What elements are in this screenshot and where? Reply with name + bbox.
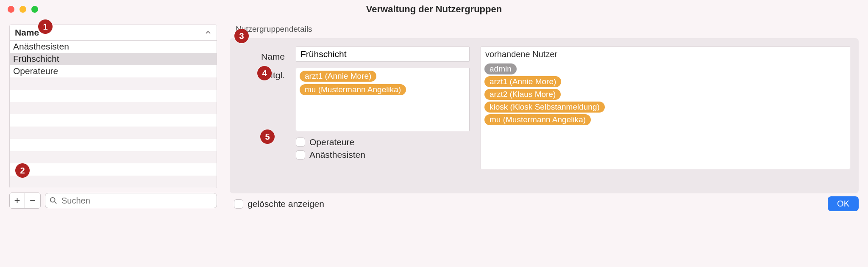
group-row-empty (10, 139, 217, 151)
members-box[interactable]: arzt1 (Annie More) mu (Mustermann Angeli… (296, 68, 470, 131)
callout-1: 1 (38, 19, 53, 34)
add-button[interactable]: + (10, 193, 25, 208)
details-panel: Name Mtgl. arzt1 (Annie More) mu (Muster… (230, 38, 859, 193)
callout-3: 3 (234, 29, 249, 43)
user-tag[interactable]: kiosk (Kiosk Selbstanmeldung) (484, 102, 605, 113)
user-tag[interactable]: arzt2 (Klaus More) (484, 89, 561, 100)
group-row[interactable]: Frühschicht (10, 53, 217, 65)
window-title: Verwaltung der Nutzergruppen (366, 4, 502, 15)
group-table: Name Anästhesisten Frühschicht Operateur… (9, 25, 217, 188)
group-row[interactable]: Anästhesisten (10, 41, 217, 53)
zoom-icon[interactable] (31, 6, 38, 13)
user-tag[interactable]: mu (Mustermann Angelika) (484, 114, 591, 125)
group-row-empty (10, 163, 217, 176)
role-label: Operateure (309, 137, 354, 147)
role-checkbox-row[interactable]: Anästhesisten (296, 150, 470, 160)
group-rows: Anästhesisten Frühschicht Operateure (10, 41, 217, 188)
checkbox-icon[interactable] (296, 138, 305, 147)
checkbox-icon[interactable] (296, 150, 305, 160)
search-field[interactable] (45, 193, 217, 208)
titlebar: Verwaltung der Nutzergruppen (0, 0, 868, 19)
svg-point-0 (50, 198, 55, 202)
available-users-box: vorhandene Nutzer admin arzt1 (Annie Mor… (481, 47, 850, 169)
details-section-title: Nutzergruppendetails (236, 25, 859, 34)
group-row[interactable]: Operateure (10, 65, 217, 77)
member-tag[interactable]: arzt1 (Annie More) (300, 71, 376, 82)
ok-button[interactable]: OK (828, 196, 859, 211)
show-deleted-checkbox[interactable] (234, 199, 243, 209)
group-table-header-label: Name (15, 28, 39, 38)
svg-line-1 (55, 202, 57, 204)
role-checkbox-row[interactable]: Operateure (296, 137, 470, 147)
group-row-empty (10, 127, 217, 139)
user-tag[interactable]: arzt1 (Annie More) (484, 76, 561, 87)
window-controls (8, 6, 38, 13)
minimize-icon[interactable] (19, 6, 26, 13)
user-tag[interactable]: admin (484, 63, 517, 74)
add-remove-group: + − (9, 193, 41, 209)
available-users-title: vorhandene Nutzer (481, 47, 850, 62)
role-label: Anästhesisten (309, 150, 365, 160)
group-row-empty (10, 102, 217, 114)
member-tag[interactable]: mu (Mustermann Angelika) (300, 84, 406, 95)
search-input[interactable] (61, 195, 212, 206)
search-icon (50, 197, 57, 204)
callout-5: 5 (260, 129, 275, 144)
group-row-empty (10, 77, 217, 90)
label-name: Name (238, 49, 285, 64)
show-deleted-label: gelöschte anzeigen (248, 199, 324, 209)
close-icon[interactable] (8, 6, 14, 13)
group-name-input[interactable] (296, 47, 470, 62)
callout-2: 2 (15, 163, 30, 178)
group-row-empty (10, 176, 217, 188)
callout-4: 4 (257, 66, 272, 80)
group-row-empty (10, 90, 217, 102)
group-row-empty (10, 114, 217, 127)
remove-button[interactable]: − (25, 193, 40, 208)
sort-chevron-icon (205, 29, 211, 36)
group-row-empty (10, 151, 217, 163)
